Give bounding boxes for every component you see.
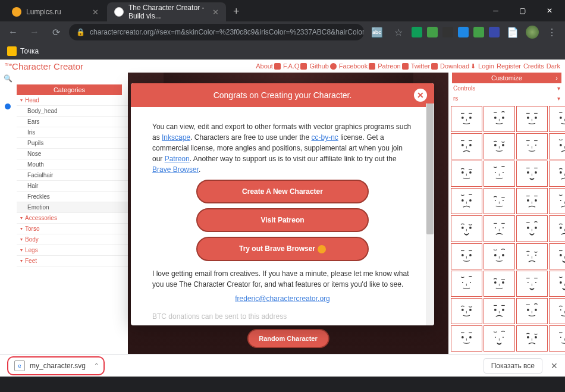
download-item[interactable]: e my_character.svg ⌃: [7, 356, 105, 375]
reload-button[interactable]: ⟳: [48, 24, 64, 40]
bookmark-item[interactable]: Точка: [7, 46, 39, 56]
favicon: [12, 7, 21, 17]
lock-icon: 🔒: [76, 28, 85, 36]
window-close[interactable]: ✕: [536, 1, 563, 20]
scrollbar-thumb[interactable]: [426, 104, 434, 234]
modal-header: Congrats on Creating your Character. ✕: [131, 83, 434, 107]
star-icon[interactable]: ☆: [390, 24, 407, 40]
download-filename: my_character.svg: [30, 362, 86, 370]
browser-tab-inactive[interactable]: Lumpics.ru ✕: [5, 2, 106, 21]
profile-avatar[interactable]: [526, 26, 539, 39]
extension-icon[interactable]: [489, 27, 500, 37]
modal-text: You can view, edit and export to other f…: [152, 121, 413, 175]
url-field[interactable]: 🔒 charactercreator.org/#sex=m&skinColor=…: [69, 24, 364, 40]
translate-icon[interactable]: 🔤: [369, 24, 385, 40]
scrollbar-track[interactable]: [426, 104, 434, 325]
chevron-up-icon[interactable]: ⌃: [94, 362, 99, 369]
extension-icon[interactable]: [427, 27, 438, 37]
extension-icon[interactable]: [412, 27, 422, 37]
try-brave-button[interactable]: Try out Brave Browser: [196, 237, 369, 261]
extension-icon[interactable]: [458, 27, 469, 37]
link-patreon[interactable]: Patreon: [165, 155, 190, 163]
address-bar: ← → ⟳ 🔒 charactercreator.org/#sex=m&skin…: [0, 21, 565, 43]
window-maximize[interactable]: ▢: [509, 1, 536, 20]
window-minimize[interactable]: ─: [482, 1, 509, 20]
modal-close-button[interactable]: ✕: [414, 89, 427, 102]
tab-strip: Lumpics.ru ✕ The Character Creator - Bui…: [0, 0, 565, 21]
modal-body: You can view, edit and export to other f…: [131, 107, 434, 325]
browser-tab-active[interactable]: The Character Creator - Build vis... ✕: [107, 2, 226, 21]
url-text: charactercreator.org/#sex=m&skinColor=%2…: [90, 28, 364, 36]
modal-overlay: Congrats on Creating your Character. ✕ Y…: [0, 59, 565, 354]
congrats-modal: Congrats on Creating your Character. ✕ Y…: [131, 83, 434, 325]
modal-title: Congrats on Creating your Character.: [214, 90, 352, 100]
folder-icon: [7, 46, 17, 56]
new-tab-button[interactable]: +: [227, 5, 246, 18]
menu-button[interactable]: ⋮: [544, 24, 560, 40]
forward-button[interactable]: →: [26, 24, 43, 40]
favicon: [114, 7, 124, 17]
email-link[interactable]: frederic@charactercreator.org: [235, 294, 330, 303]
modal-text-3: BTC donations can be sent to this addres…: [152, 311, 413, 322]
modal-text-2: I love getting email from creatives. If …: [152, 268, 413, 290]
tab-close-icon[interactable]: ✕: [212, 8, 219, 17]
page-viewport: TheCharacter Creator About F.A.Q Github …: [0, 59, 565, 354]
bookmarks-bar: Точка: [0, 43, 565, 59]
tab-title: The Character Creator - Build vis...: [128, 4, 212, 20]
show-all-downloads-button[interactable]: Показать все: [484, 358, 542, 374]
tab-title: Lumpics.ru: [26, 8, 61, 16]
link-license[interactable]: cc-by-nc: [312, 133, 338, 142]
visit-patreon-button[interactable]: Visit Patreon: [196, 208, 369, 232]
downloads-bar: e my_character.svg ⌃ Показать все ✕: [0, 354, 565, 377]
brave-icon: [318, 245, 326, 253]
extension-icon[interactable]: [442, 27, 453, 37]
link-inkscape[interactable]: Inkscape: [162, 133, 190, 142]
bookmark-label: Точка: [20, 47, 39, 55]
link-brave[interactable]: Brave Browser: [152, 165, 199, 174]
file-icon: e: [14, 360, 25, 371]
create-new-character-button[interactable]: Create A New Character: [196, 180, 369, 203]
back-button[interactable]: ←: [5, 24, 21, 40]
reading-list-icon[interactable]: 📄: [504, 24, 521, 40]
close-downloads-bar[interactable]: ✕: [551, 361, 558, 371]
extension-icon[interactable]: [473, 27, 484, 37]
tab-close-icon[interactable]: ✕: [92, 8, 99, 17]
